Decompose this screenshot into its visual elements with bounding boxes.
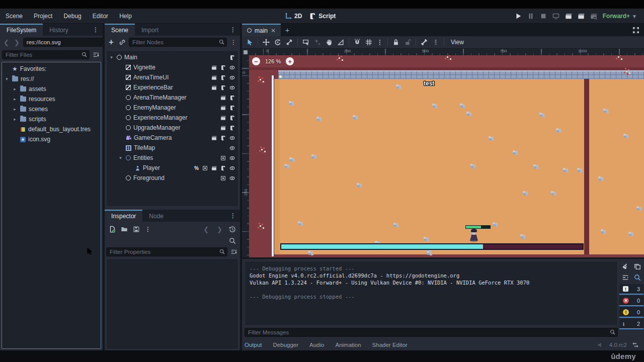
scene-node-vignette[interactable]: Vignette: [107, 62, 238, 72]
unique-name-icon[interactable]: %: [194, 165, 199, 171]
scene-tab-main[interactable]: main ✕: [242, 24, 281, 36]
filter-badge-info[interactable]: i2: [619, 319, 643, 329]
tab-node[interactable]: Node: [142, 210, 170, 222]
bottom-tab-audio[interactable]: Audio: [309, 342, 324, 348]
visibility-toggle-icon[interactable]: [229, 85, 235, 90]
dock-menu-icon[interactable]: ⋮: [226, 24, 240, 36]
filter-files-input[interactable]: [2, 50, 90, 59]
new-resource-icon[interactable]: [109, 226, 116, 233]
bottom-tab-shader-editor[interactable]: Shader Editor: [372, 342, 408, 348]
unlock-node-icon[interactable]: [404, 39, 411, 46]
file-tree-item[interactable]: ★Favorites:: [2, 64, 101, 74]
editable-instance-icon[interactable]: [220, 155, 226, 161]
file-tree-item[interactable]: ▸scenes: [2, 104, 101, 114]
file-tree-item[interactable]: ▸resources: [2, 94, 101, 104]
attached-script-icon[interactable]: [229, 55, 235, 60]
signals-groups-icon[interactable]: [211, 85, 217, 90]
history-back-icon[interactable]: ❮: [202, 226, 210, 233]
chevron-right-icon[interactable]: ▸: [12, 97, 18, 102]
visibility-toggle-icon[interactable]: [229, 165, 235, 171]
chevron-right-icon[interactable]: ▸: [12, 107, 18, 112]
output-console[interactable]: --- Debugging process started ---Godot E…: [245, 261, 618, 326]
signals-groups-icon[interactable]: [220, 105, 226, 111]
attached-script-icon[interactable]: [220, 75, 226, 80]
move-tool-icon[interactable]: [263, 39, 270, 46]
menu-project[interactable]: Project: [28, 13, 58, 20]
scene-node-upgrademanager[interactable]: UpgradeManager: [107, 123, 238, 133]
view-menu-button[interactable]: View: [449, 39, 466, 46]
play-scene-icon[interactable]: [565, 13, 572, 20]
open-docs-search-icon[interactable]: [229, 237, 236, 244]
remote-debug-icon[interactable]: [552, 13, 559, 20]
chevron-down-icon[interactable]: ▾: [4, 76, 10, 81]
menu-help[interactable]: Help: [114, 13, 137, 20]
file-tree-item[interactable]: default_bus_layout.tres: [2, 124, 101, 134]
filter-messages-input[interactable]: [245, 328, 618, 337]
toggle-bottom-panel-icon[interactable]: [632, 341, 639, 348]
zoom-in-button[interactable]: +: [286, 57, 294, 65]
scene-node-player[interactable]: Player%: [107, 163, 238, 173]
nav-forward-icon[interactable]: ❯: [13, 39, 21, 46]
chevron-right-icon[interactable]: ▸: [12, 86, 18, 92]
pan-tool-icon[interactable]: [326, 39, 333, 46]
filter-badge-error[interactable]: ✕0: [619, 296, 643, 306]
pause-button-icon[interactable]: [527, 13, 534, 20]
tab-history[interactable]: History: [43, 24, 74, 36]
attached-script-icon[interactable]: [229, 115, 235, 121]
menu-editor[interactable]: Editor: [87, 13, 114, 20]
zoom-out-button[interactable]: −: [252, 57, 260, 65]
attached-script-icon[interactable]: [220, 65, 226, 70]
resource-path-input[interactable]: [23, 38, 108, 47]
chevron-down-icon[interactable]: ▾: [109, 55, 114, 60]
signals-groups-icon[interactable]: [211, 75, 217, 80]
tab-scene[interactable]: Scene: [105, 24, 135, 36]
editable-instance-icon[interactable]: [202, 165, 208, 171]
file-tree-item[interactable]: icon.svg: [2, 134, 101, 144]
search-output-icon[interactable]: [634, 274, 641, 281]
menu-scene[interactable]: Scene: [0, 13, 28, 20]
stop-button-icon[interactable]: [540, 13, 547, 20]
chevron-right-icon[interactable]: ▸: [12, 117, 18, 122]
position-select-icon[interactable]: [314, 39, 321, 46]
rotate-tool-icon[interactable]: [274, 39, 281, 46]
collapse-duplicates-icon[interactable]: [622, 274, 629, 281]
editable-instance-icon[interactable]: [220, 175, 226, 181]
scene-node-tilemap[interactable]: TileMap: [107, 143, 238, 153]
visibility-toggle-icon[interactable]: [229, 135, 235, 141]
bottom-tab-animation[interactable]: Animation: [335, 342, 361, 348]
scene-node-foreground[interactable]: Foreground: [107, 173, 238, 183]
signals-groups-icon[interactable]: [211, 135, 217, 141]
signals-groups-icon[interactable]: [220, 115, 226, 121]
list-select-tool-icon[interactable]: [302, 39, 309, 46]
file-tree-item[interactable]: ▾res://: [2, 74, 101, 84]
property-sort-icon[interactable]: [229, 247, 238, 256]
instance-scene-icon[interactable]: [118, 38, 127, 47]
file-tree-item[interactable]: ▸assets: [2, 84, 101, 94]
smart-snap-icon[interactable]: [354, 39, 361, 46]
attached-script-icon[interactable]: [229, 105, 235, 111]
movie-maker-icon[interactable]: [590, 13, 597, 20]
scene-node-experiencebar[interactable]: ExperienceBar: [107, 82, 238, 93]
select-tool-icon[interactable]: [246, 39, 253, 46]
renderer-dropdown[interactable]: Forward+▼: [603, 13, 637, 20]
visibility-toggle-icon[interactable]: [229, 145, 235, 151]
clear-output-icon[interactable]: [622, 263, 629, 270]
scene-node-gamecamera[interactable]: GameCamera: [107, 133, 238, 143]
add-node-button[interactable]: +: [107, 38, 116, 47]
workspace-2d-button[interactable]: 2D: [285, 13, 302, 20]
scene-tree-menu-icon[interactable]: ⋮: [229, 38, 238, 47]
play-button-icon[interactable]: [515, 13, 522, 20]
scene-node-main[interactable]: ▾Main: [107, 52, 238, 62]
scene-node-experiencemanager[interactable]: ExperienceManager: [107, 113, 238, 123]
signals-groups-icon[interactable]: [220, 95, 226, 101]
save-resource-icon[interactable]: [133, 226, 140, 233]
dock-menu-icon[interactable]: ⋮: [89, 24, 103, 36]
attached-script-icon[interactable]: [229, 125, 235, 131]
mute-audio-icon[interactable]: [597, 341, 604, 348]
nav-back-icon[interactable]: ❮: [2, 39, 11, 46]
override-camera-icon[interactable]: [432, 39, 439, 46]
new-scene-tab-button[interactable]: +: [281, 24, 294, 36]
visibility-toggle-icon[interactable]: [229, 75, 235, 80]
copy-output-icon[interactable]: [634, 263, 641, 270]
menu-debug[interactable]: Debug: [58, 13, 87, 20]
